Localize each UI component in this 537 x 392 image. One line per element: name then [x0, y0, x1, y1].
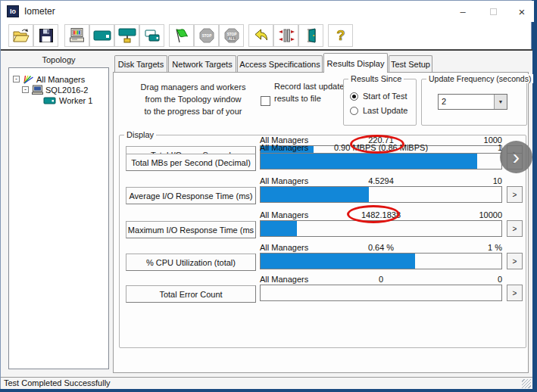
- stop-test-button[interactable]: STOP: [194, 24, 219, 47]
- start-new-manager-button[interactable]: [64, 24, 89, 47]
- svg-text:STOP: STOP: [226, 33, 236, 36]
- start-network-worker-button[interactable]: [114, 24, 139, 47]
- expand-row-button[interactable]: >: [507, 253, 523, 269]
- worker-icon: [43, 97, 56, 104]
- status-bar: Test Completed Successfully: [1, 377, 532, 389]
- minimize-button[interactable]: –: [451, 1, 475, 22]
- tab-test-setup[interactable]: Test Setup: [389, 55, 432, 73]
- progress-bar[interactable]: [260, 253, 502, 269]
- stop-all-tests-button[interactable]: STOP ALL: [219, 24, 244, 47]
- record-results-checkbox[interactable]: [261, 96, 270, 106]
- close-button[interactable]: ×: [510, 1, 534, 22]
- disk-worker-icon: [92, 28, 112, 43]
- update-frequency-group: Update Frequency (seconds) 2 ▼: [421, 79, 527, 126]
- green-flag-icon: [173, 27, 190, 44]
- drag-hint-line: to the progress bar of your: [123, 105, 264, 117]
- display-row-cpu: % CPU Utilization (total) All Managers 0…: [120, 243, 526, 275]
- record-results-label: Record last update results to file: [274, 81, 348, 104]
- row-max: 0: [260, 275, 502, 284]
- metric-button[interactable]: Total MBs per Second (Decimal): [126, 154, 256, 171]
- display-group: Display Total I/Os per Second All Manage…: [119, 135, 526, 348]
- exit-button[interactable]: [298, 24, 323, 47]
- drag-hint-line: from the Topology window: [123, 93, 264, 105]
- progress-bar[interactable]: [260, 186, 502, 203]
- open-file-button[interactable]: [8, 24, 33, 47]
- update-frequency-value: 2: [442, 95, 446, 109]
- display-row-errors: Total Error Count All Managers 0 0 >: [120, 275, 526, 306]
- network-connections-button[interactable]: [273, 24, 298, 47]
- collapse-icon[interactable]: -: [13, 76, 20, 82]
- new-manager-icon: [68, 27, 86, 44]
- save-icon: [38, 27, 55, 44]
- metric-button[interactable]: Total Error Count: [126, 285, 256, 303]
- all-managers-icon: [23, 75, 34, 84]
- row-max: 10: [260, 176, 502, 185]
- results-since-group: Results Since Start of Test Last Update: [343, 79, 417, 126]
- duplicate-worker-button[interactable]: [139, 24, 164, 47]
- row-max: 1 %: [260, 243, 502, 252]
- tree-item-label[interactable]: Worker 1: [59, 95, 92, 106]
- display-row-max-response: Maximum I/O Response Time (ms All Manage…: [120, 210, 526, 242]
- progress-fill: [261, 254, 415, 269]
- svg-text:ALL: ALL: [228, 37, 235, 41]
- results-display-panel: Drag managers and workers from the Topol…: [113, 72, 529, 373]
- iometer-window: Io Iometer – ×: [0, 0, 532, 389]
- expand-row-button[interactable]: >: [507, 220, 523, 237]
- results-since-title: Results Since: [348, 74, 404, 83]
- client-area: Topology - All Managers - SQL: [1, 51, 532, 377]
- annotation-circle-total-ios: [350, 135, 404, 154]
- progress-bar[interactable]: [260, 285, 502, 301]
- tab-access-specifications[interactable]: Access Specifications: [237, 55, 323, 73]
- drag-hint-line: Drag managers and workers: [123, 81, 264, 93]
- topology-title: Topology: [7, 55, 111, 64]
- progress-bar[interactable]: [260, 153, 502, 170]
- open-file-icon: [12, 27, 30, 44]
- tree-item-label[interactable]: All Managers: [36, 74, 85, 85]
- radio-label[interactable]: Start of Test: [363, 92, 407, 101]
- reset-results-button[interactable]: [248, 24, 273, 47]
- svg-text:STOP: STOP: [201, 34, 211, 38]
- metric-button[interactable]: Average I/O Response Time (ms): [126, 187, 256, 204]
- radio-icon[interactable]: [350, 107, 358, 115]
- annotation-circle-avg-response: [347, 205, 400, 223]
- drag-hint-line: choice.: [123, 117, 264, 120]
- expand-row-button[interactable]: >: [507, 285, 523, 301]
- duplicate-worker-icon: [143, 28, 161, 43]
- display-row-avg-response: Average I/O Response Time (ms) All Manag…: [120, 176, 526, 208]
- manager-computer-icon: [32, 85, 43, 95]
- save-button[interactable]: [33, 24, 58, 47]
- metric-button[interactable]: % CPU Utilization (total): [126, 254, 256, 271]
- start-disk-worker-button[interactable]: [89, 24, 114, 47]
- window-title: Iometer: [24, 1, 55, 22]
- tab-disk-targets[interactable]: Disk Targets: [114, 55, 167, 73]
- radio-icon[interactable]: [350, 92, 358, 101]
- titlebar: Io Iometer – ×: [1, 1, 531, 22]
- app-icon: Io: [7, 5, 19, 17]
- help-button[interactable]: ?: [328, 24, 353, 47]
- exit-door-icon: [303, 27, 320, 44]
- maximize-button[interactable]: [481, 1, 505, 22]
- chevron-down-icon[interactable]: ▼: [494, 95, 507, 109]
- update-frequency-select[interactable]: 2 ▼: [438, 94, 507, 110]
- maximize-icon: [490, 8, 497, 15]
- radio-label[interactable]: Last Update: [363, 106, 407, 116]
- progress-fill: [261, 187, 369, 202]
- tree-item-label[interactable]: SQL2016-2: [45, 85, 88, 95]
- progress-fill: [261, 154, 477, 169]
- progress-fill: [261, 221, 297, 236]
- expand-row-button[interactable]: >: [507, 186, 523, 203]
- collapse-icon[interactable]: -: [22, 86, 29, 93]
- stop-all-icon: STOP ALL: [223, 27, 240, 44]
- topology-tree: - All Managers - SQL2016-2: [8, 67, 109, 369]
- tab-network-targets[interactable]: Network Targets: [168, 55, 236, 73]
- tab-results-display[interactable]: Results Display: [323, 53, 388, 73]
- update-frequency-title: Update Frequency (seconds): [426, 74, 533, 83]
- start-tests-button[interactable]: [169, 24, 194, 47]
- drag-hint-text: Drag managers and workers from the Topol…: [123, 81, 264, 120]
- resize-grip[interactable]: [522, 379, 531, 388]
- network-worker-icon: [117, 27, 137, 44]
- metric-button[interactable]: Maximum I/O Response Time (ms: [126, 221, 256, 238]
- yellow-arrow-icon: [253, 27, 270, 44]
- next-image-overlay-button[interactable]: ›: [500, 141, 532, 173]
- toolbar: STOP STOP ALL: [1, 22, 531, 49]
